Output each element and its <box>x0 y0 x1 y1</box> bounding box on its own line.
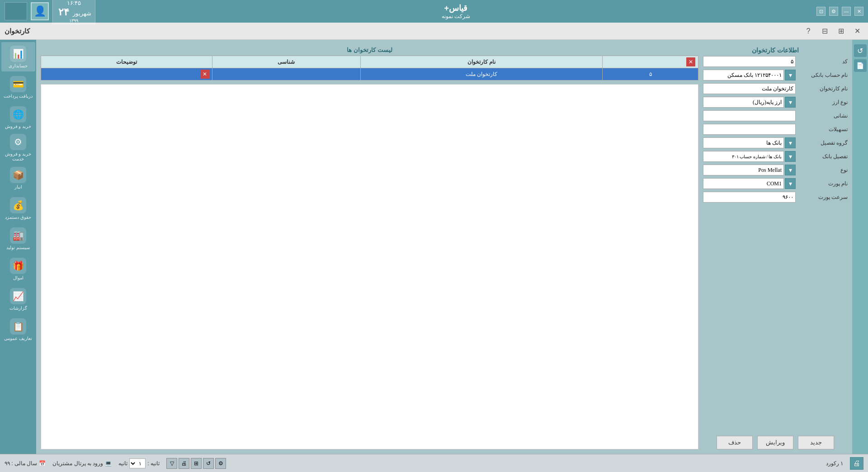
form-group-type: نوع ▾ <box>703 165 848 175</box>
sidebar-label-payment: دریافت پرداخت <box>4 94 33 99</box>
currency-input-group: ▾ <box>703 97 796 108</box>
input-code[interactable] <box>703 56 796 67</box>
input-port-speed[interactable] <box>703 192 796 203</box>
warehouse-icon: 📦 <box>10 167 26 183</box>
bank-account-dropdown-button[interactable]: ▾ <box>785 70 796 80</box>
cell-name: کارتخوان ملت <box>360 68 602 80</box>
sidebar-item-sales[interactable]: 🌐 خرید و فروش <box>1 103 35 132</box>
toolbar-table-button[interactable]: ⊟ <box>818 25 831 38</box>
customer-portal-icon: 💻 <box>105 460 112 467</box>
cell-description: ✕ <box>41 68 212 80</box>
col-header-code: ✕ <box>603 56 698 68</box>
sidebar-item-service-sales[interactable]: ⚙ خرید و فروش خدمت <box>1 133 35 162</box>
sidebar-item-general[interactable]: 📋 تعاریف عمومی <box>1 315 35 344</box>
input-bank-detail[interactable] <box>703 151 784 162</box>
sidebar-label-assets: اموال <box>13 275 24 280</box>
second-unit: ثانیه <box>118 460 127 467</box>
service-sales-icon: ⚙ <box>10 134 26 150</box>
print-button[interactable]: 🖨 <box>850 457 863 470</box>
other-window-button[interactable]: ⊡ <box>816 7 826 16</box>
table-close-button[interactable]: ✕ <box>686 57 695 66</box>
left-panel: ↺ 📄 <box>852 40 868 454</box>
group-input-group: ▾ <box>703 137 796 148</box>
input-discounts[interactable] <box>703 124 796 135</box>
settings-window-button[interactable]: ⚙ <box>829 7 838 16</box>
col-header-name: نام کارتخوان <box>360 56 602 68</box>
form-group-address: نشانی <box>703 110 848 121</box>
date-display: شهریور ۲۴ <box>57 6 91 18</box>
sidebar-item-production[interactable]: 🏭 سیستم تولید <box>1 224 35 253</box>
production-icon: 🏭 <box>10 227 26 244</box>
second-select[interactable]: ۱ <box>129 458 146 468</box>
general-icon: 📋 <box>10 318 26 335</box>
toolbar-help-button[interactable]: ? <box>802 25 815 38</box>
group-dropdown-button[interactable]: ▾ <box>785 137 796 148</box>
document-button[interactable]: 📄 <box>854 59 867 72</box>
salary-icon: 💰 <box>10 197 26 213</box>
type-input-group: ▾ <box>703 165 796 175</box>
label-type: نوع <box>798 167 848 173</box>
filter-status-button[interactable]: ▽ <box>166 458 177 469</box>
cell-address <box>212 68 361 80</box>
sales-icon: 🌐 <box>10 106 26 123</box>
sidebar-label-general: تعاریف عمومی <box>4 336 32 341</box>
toolbar-close-button[interactable]: ✕ <box>851 25 863 38</box>
input-card-name[interactable] <box>703 83 796 94</box>
row-close-button[interactable]: ✕ <box>200 70 209 79</box>
bank-account-input-group: ▾ <box>703 70 796 80</box>
bank-detail-dropdown-button[interactable]: ▾ <box>785 151 796 162</box>
edit-button[interactable]: ویرایش <box>757 436 793 449</box>
label-port-speed: سرعت پورت <box>798 194 848 200</box>
refresh-button[interactable]: ↺ <box>854 44 867 57</box>
reports-icon: 📈 <box>10 288 26 304</box>
label-card-name: نام کارتخوان <box>798 85 848 92</box>
col-header-address: شناسی <box>212 56 361 68</box>
sidebar-item-reports[interactable]: 📈 گزارشات <box>1 284 35 314</box>
sidebar-item-salary[interactable]: 💰 حقوق دستمزد <box>1 194 35 223</box>
currency-dropdown-button[interactable]: ▾ <box>785 97 796 108</box>
status-seconds: ثانیه : ۱ ثانیه <box>118 458 160 468</box>
sidebar-item-payment[interactable]: 💳 دریافت پرداخت <box>1 72 35 102</box>
grid-status-button[interactable]: ⊞ <box>191 458 202 469</box>
form-group-discounts: تسهیلات <box>703 124 848 135</box>
close-button[interactable]: ✕ <box>854 7 863 16</box>
col-header-description: توضیحات <box>41 56 212 68</box>
cell-code: ۵ <box>603 68 698 80</box>
input-currency[interactable] <box>703 97 784 108</box>
sidebar-label-sales: خرید و فروش <box>5 124 32 129</box>
accounting-icon: 📊 <box>10 46 26 62</box>
card-list-panel: لیست کارتخوان ها ✕ نام کارتخوان شناسی تو… <box>41 44 698 80</box>
print-status-button[interactable]: 🖨 <box>179 458 189 469</box>
list-title: لیست کارتخوان ها <box>41 44 698 56</box>
sidebar-item-accounting[interactable]: 📊 حسابداری <box>1 42 35 71</box>
sidebar-label-salary: حقوق دستمزد <box>5 215 31 220</box>
refresh-status-button[interactable]: ↺ <box>203 458 214 469</box>
sidebar-item-assets[interactable]: 🎁 اموال <box>1 254 35 283</box>
label-group: گروه تفصیل <box>798 140 848 146</box>
input-type[interactable] <box>703 165 784 175</box>
settings-status-button[interactable]: ⚙ <box>215 458 226 469</box>
calendar-icon: 📅 <box>39 460 46 467</box>
new-button[interactable]: جدید <box>798 436 834 449</box>
label-port-name: نام پورت <box>798 180 848 187</box>
minimize-button[interactable]: — <box>842 7 851 16</box>
avatar[interactable]: 👤 <box>31 2 49 20</box>
title-bar-right: ۱۶:۴۵ شهریور ۲۴ ۱۳۹۹ 👤 <box>5 0 95 24</box>
input-address[interactable] <box>703 110 796 121</box>
sidebar-label-production: سیستم تولید <box>6 245 30 250</box>
sidebar-item-warehouse[interactable]: 📦 انبار <box>1 163 35 193</box>
table-row[interactable]: ۵ کارتخوان ملت ✕ <box>41 68 698 80</box>
label-currency: نوع ارز <box>798 99 848 105</box>
delete-button[interactable]: حذف <box>717 436 753 449</box>
status-print: 🖨 <box>850 457 863 470</box>
type-dropdown-button[interactable]: ▾ <box>785 165 796 175</box>
toolbar-grid-button[interactable]: ⊞ <box>835 25 847 38</box>
company-name: شرکت نمونه <box>95 13 816 19</box>
input-bank-account[interactable] <box>703 70 784 80</box>
sidebar-label-reports: گزارشات <box>9 306 27 311</box>
second-label: ثانیه : <box>147 460 160 467</box>
input-group[interactable] <box>703 137 784 148</box>
port-name-dropdown-button[interactable]: ▾ <box>785 178 796 189</box>
extra-button[interactable] <box>5 2 27 20</box>
input-port-name[interactable] <box>703 178 784 189</box>
